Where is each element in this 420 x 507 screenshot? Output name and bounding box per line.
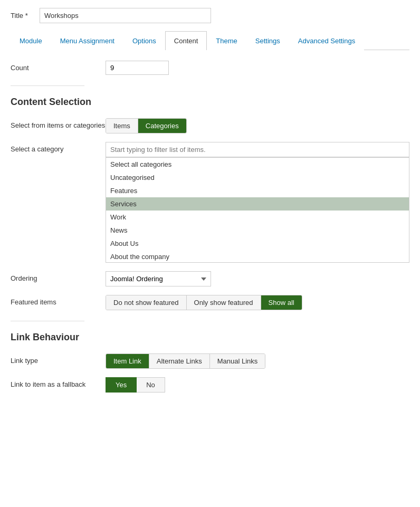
category-item-services[interactable]: Services (106, 197, 409, 211)
category-list[interactable]: Select all categories Uncategorised Feat… (106, 157, 409, 263)
divider-2 (11, 321, 84, 321)
category-item[interactable]: Work (106, 211, 409, 224)
tabs-bar: Module Menu Assignment Options Content T… (11, 31, 409, 50)
yes-button[interactable]: Yes (106, 377, 137, 393)
category-wrap: Select all categories Uncategorised Feat… (106, 142, 409, 263)
category-item[interactable]: News (106, 224, 409, 237)
link-behaviour-section: Link Behaviour Link type Item Link Alter… (11, 332, 409, 393)
ordering-select[interactable]: Joomla! Ordering (106, 271, 211, 286)
show-all-button[interactable]: Show all (261, 295, 302, 310)
category-item[interactable]: Features (106, 184, 409, 197)
tab-content[interactable]: Content (165, 31, 207, 50)
categories-button[interactable]: Categories (138, 119, 186, 133)
ordering-row: Ordering Joomla! Ordering (11, 271, 409, 286)
tab-module[interactable]: Module (11, 31, 51, 50)
items-categories-group: Items Categories (106, 118, 187, 133)
select-items-wrap: Items Categories (106, 118, 409, 133)
items-button[interactable]: Items (106, 119, 138, 133)
select-items-row: Select from items or categories Items Ca… (11, 118, 409, 133)
category-item[interactable]: About Us (106, 237, 409, 250)
category-label: Select a category (11, 142, 106, 153)
title-input[interactable] (40, 8, 211, 23)
link-type-row: Link type Item Link Alternate Links Manu… (11, 353, 409, 369)
manual-links-button[interactable]: Manual Links (210, 354, 265, 368)
featured-row: Featured items Do not show featured Only… (11, 295, 409, 310)
ordering-select-wrapper: Joomla! Ordering (106, 271, 211, 286)
item-link-button[interactable]: Item Link (106, 354, 149, 368)
title-label: Title * (11, 12, 34, 20)
category-item[interactable]: Uncategorised (106, 171, 409, 184)
link-type-wrap: Item Link Alternate Links Manual Links (106, 353, 409, 369)
featured-btn-group: Do not show featured Only show featured … (106, 295, 302, 310)
count-wrap (106, 61, 409, 75)
ordering-wrap: Joomla! Ordering (106, 271, 409, 286)
yes-no-group: Yes No (106, 377, 165, 393)
tab-theme[interactable]: Theme (207, 31, 246, 50)
alternate-links-button[interactable]: Alternate Links (149, 354, 210, 368)
featured-label: Featured items (11, 295, 106, 306)
link-type-label: Link type (11, 353, 106, 365)
count-input[interactable] (106, 61, 169, 75)
tab-advanced-settings[interactable]: Advanced Settings (289, 31, 364, 50)
category-filter-input[interactable] (106, 142, 409, 157)
link-type-btn-group: Item Link Alternate Links Manual Links (106, 353, 265, 369)
link-fallback-row: Link to item as a fallback Yes No (11, 377, 409, 393)
link-behaviour-title: Link Behaviour (11, 332, 409, 343)
link-fallback-wrap: Yes No (106, 377, 409, 393)
category-row: Select a category Select all categories … (11, 142, 409, 263)
select-items-label: Select from items or categories (11, 118, 106, 129)
content-selection-title: Content Selection (11, 97, 409, 108)
do-not-show-featured-button[interactable]: Do not show featured (106, 295, 187, 310)
count-label: Count (11, 61, 106, 72)
ordering-label: Ordering (11, 271, 106, 282)
count-row: Count (11, 61, 409, 75)
tab-menu-assignment[interactable]: Menu Assignment (51, 31, 123, 50)
category-item[interactable]: About the company (106, 250, 409, 263)
category-item[interactable]: Select all categories (106, 158, 409, 171)
divider-1 (11, 85, 84, 86)
tab-settings[interactable]: Settings (246, 31, 289, 50)
featured-wrap: Do not show featured Only show featured … (106, 295, 409, 310)
tab-options[interactable]: Options (123, 31, 165, 50)
title-row: Title * (11, 8, 409, 23)
link-fallback-label: Link to item as a fallback (11, 377, 106, 388)
only-show-featured-button[interactable]: Only show featured (187, 295, 261, 310)
no-button[interactable]: No (137, 377, 165, 393)
